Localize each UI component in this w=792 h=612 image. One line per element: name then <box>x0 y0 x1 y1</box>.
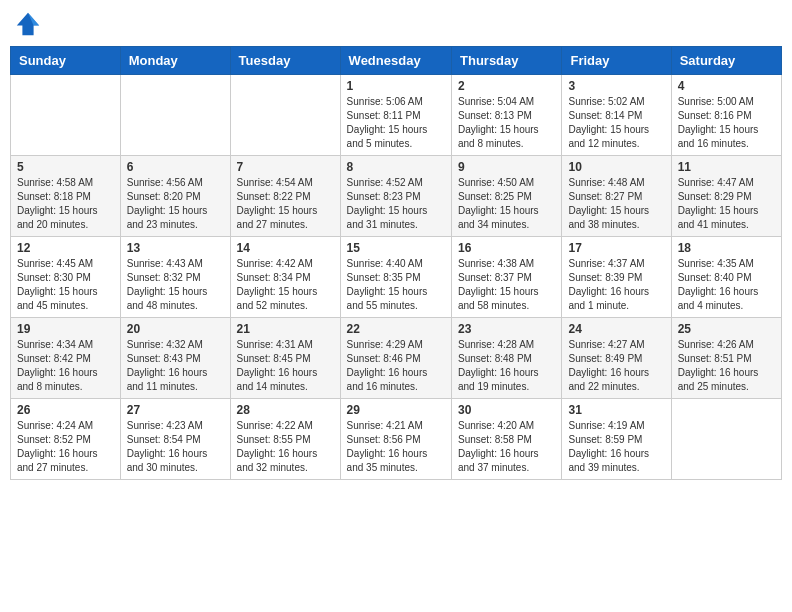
day-number: 18 <box>678 241 775 255</box>
day-info: Sunrise: 4:48 AMSunset: 8:27 PMDaylight:… <box>568 176 664 232</box>
day-info: Sunrise: 4:20 AMSunset: 8:58 PMDaylight:… <box>458 419 555 475</box>
calendar-cell: 1 Sunrise: 5:06 AMSunset: 8:11 PMDayligh… <box>340 75 451 156</box>
day-number: 28 <box>237 403 334 417</box>
calendar-cell: 2 Sunrise: 5:04 AMSunset: 8:13 PMDayligh… <box>452 75 562 156</box>
calendar-cell <box>671 399 781 480</box>
calendar-cell: 9 Sunrise: 4:50 AMSunset: 8:25 PMDayligh… <box>452 156 562 237</box>
day-number: 26 <box>17 403 114 417</box>
day-header-tuesday: Tuesday <box>230 47 340 75</box>
day-info: Sunrise: 4:34 AMSunset: 8:42 PMDaylight:… <box>17 338 114 394</box>
day-number: 25 <box>678 322 775 336</box>
day-header-wednesday: Wednesday <box>340 47 451 75</box>
day-number: 17 <box>568 241 664 255</box>
day-info: Sunrise: 4:37 AMSunset: 8:39 PMDaylight:… <box>568 257 664 313</box>
day-info: Sunrise: 4:21 AMSunset: 8:56 PMDaylight:… <box>347 419 445 475</box>
calendar-cell: 25 Sunrise: 4:26 AMSunset: 8:51 PMDaylig… <box>671 318 781 399</box>
day-info: Sunrise: 4:26 AMSunset: 8:51 PMDaylight:… <box>678 338 775 394</box>
calendar-cell: 29 Sunrise: 4:21 AMSunset: 8:56 PMDaylig… <box>340 399 451 480</box>
day-info: Sunrise: 4:27 AMSunset: 8:49 PMDaylight:… <box>568 338 664 394</box>
day-info: Sunrise: 4:28 AMSunset: 8:48 PMDaylight:… <box>458 338 555 394</box>
day-info: Sunrise: 4:47 AMSunset: 8:29 PMDaylight:… <box>678 176 775 232</box>
calendar-cell: 11 Sunrise: 4:47 AMSunset: 8:29 PMDaylig… <box>671 156 781 237</box>
day-number: 22 <box>347 322 445 336</box>
logo <box>14 10 46 38</box>
calendar-cell: 23 Sunrise: 4:28 AMSunset: 8:48 PMDaylig… <box>452 318 562 399</box>
day-info: Sunrise: 4:52 AMSunset: 8:23 PMDaylight:… <box>347 176 445 232</box>
day-number: 24 <box>568 322 664 336</box>
calendar-week-row: 26 Sunrise: 4:24 AMSunset: 8:52 PMDaylig… <box>11 399 782 480</box>
calendar-cell: 8 Sunrise: 4:52 AMSunset: 8:23 PMDayligh… <box>340 156 451 237</box>
day-info: Sunrise: 4:32 AMSunset: 8:43 PMDaylight:… <box>127 338 224 394</box>
day-info: Sunrise: 4:29 AMSunset: 8:46 PMDaylight:… <box>347 338 445 394</box>
day-header-saturday: Saturday <box>671 47 781 75</box>
calendar-cell: 22 Sunrise: 4:29 AMSunset: 8:46 PMDaylig… <box>340 318 451 399</box>
day-number: 11 <box>678 160 775 174</box>
day-info: Sunrise: 4:42 AMSunset: 8:34 PMDaylight:… <box>237 257 334 313</box>
day-header-thursday: Thursday <box>452 47 562 75</box>
day-info: Sunrise: 4:23 AMSunset: 8:54 PMDaylight:… <box>127 419 224 475</box>
day-number: 23 <box>458 322 555 336</box>
day-number: 3 <box>568 79 664 93</box>
calendar-cell: 15 Sunrise: 4:40 AMSunset: 8:35 PMDaylig… <box>340 237 451 318</box>
calendar-cell: 30 Sunrise: 4:20 AMSunset: 8:58 PMDaylig… <box>452 399 562 480</box>
day-number: 10 <box>568 160 664 174</box>
calendar-cell: 13 Sunrise: 4:43 AMSunset: 8:32 PMDaylig… <box>120 237 230 318</box>
logo-icon <box>14 10 42 38</box>
calendar-cell: 3 Sunrise: 5:02 AMSunset: 8:14 PMDayligh… <box>562 75 671 156</box>
calendar-table: SundayMondayTuesdayWednesdayThursdayFrid… <box>10 46 782 480</box>
calendar-cell: 14 Sunrise: 4:42 AMSunset: 8:34 PMDaylig… <box>230 237 340 318</box>
day-number: 14 <box>237 241 334 255</box>
calendar-cell: 7 Sunrise: 4:54 AMSunset: 8:22 PMDayligh… <box>230 156 340 237</box>
day-header-sunday: Sunday <box>11 47 121 75</box>
day-info: Sunrise: 4:22 AMSunset: 8:55 PMDaylight:… <box>237 419 334 475</box>
calendar-header-row: SundayMondayTuesdayWednesdayThursdayFrid… <box>11 47 782 75</box>
day-info: Sunrise: 5:02 AMSunset: 8:14 PMDaylight:… <box>568 95 664 151</box>
day-info: Sunrise: 4:35 AMSunset: 8:40 PMDaylight:… <box>678 257 775 313</box>
calendar-cell: 12 Sunrise: 4:45 AMSunset: 8:30 PMDaylig… <box>11 237 121 318</box>
day-info: Sunrise: 4:58 AMSunset: 8:18 PMDaylight:… <box>17 176 114 232</box>
calendar-week-row: 5 Sunrise: 4:58 AMSunset: 8:18 PMDayligh… <box>11 156 782 237</box>
calendar-cell: 17 Sunrise: 4:37 AMSunset: 8:39 PMDaylig… <box>562 237 671 318</box>
day-number: 15 <box>347 241 445 255</box>
day-info: Sunrise: 4:31 AMSunset: 8:45 PMDaylight:… <box>237 338 334 394</box>
day-number: 7 <box>237 160 334 174</box>
day-number: 5 <box>17 160 114 174</box>
day-info: Sunrise: 5:00 AMSunset: 8:16 PMDaylight:… <box>678 95 775 151</box>
day-number: 12 <box>17 241 114 255</box>
day-number: 1 <box>347 79 445 93</box>
day-number: 31 <box>568 403 664 417</box>
day-info: Sunrise: 4:38 AMSunset: 8:37 PMDaylight:… <box>458 257 555 313</box>
day-number: 19 <box>17 322 114 336</box>
day-info: Sunrise: 4:43 AMSunset: 8:32 PMDaylight:… <box>127 257 224 313</box>
day-number: 21 <box>237 322 334 336</box>
calendar-cell: 4 Sunrise: 5:00 AMSunset: 8:16 PMDayligh… <box>671 75 781 156</box>
calendar-cell: 16 Sunrise: 4:38 AMSunset: 8:37 PMDaylig… <box>452 237 562 318</box>
day-header-monday: Monday <box>120 47 230 75</box>
day-number: 2 <box>458 79 555 93</box>
calendar-week-row: 12 Sunrise: 4:45 AMSunset: 8:30 PMDaylig… <box>11 237 782 318</box>
day-number: 9 <box>458 160 555 174</box>
calendar-cell <box>11 75 121 156</box>
day-info: Sunrise: 5:04 AMSunset: 8:13 PMDaylight:… <box>458 95 555 151</box>
calendar-cell: 27 Sunrise: 4:23 AMSunset: 8:54 PMDaylig… <box>120 399 230 480</box>
day-info: Sunrise: 4:45 AMSunset: 8:30 PMDaylight:… <box>17 257 114 313</box>
calendar-cell: 10 Sunrise: 4:48 AMSunset: 8:27 PMDaylig… <box>562 156 671 237</box>
calendar-cell <box>120 75 230 156</box>
calendar-week-row: 1 Sunrise: 5:06 AMSunset: 8:11 PMDayligh… <box>11 75 782 156</box>
calendar-cell: 26 Sunrise: 4:24 AMSunset: 8:52 PMDaylig… <box>11 399 121 480</box>
day-info: Sunrise: 4:19 AMSunset: 8:59 PMDaylight:… <box>568 419 664 475</box>
day-number: 29 <box>347 403 445 417</box>
calendar-cell: 24 Sunrise: 4:27 AMSunset: 8:49 PMDaylig… <box>562 318 671 399</box>
calendar-cell: 5 Sunrise: 4:58 AMSunset: 8:18 PMDayligh… <box>11 156 121 237</box>
calendar-cell: 31 Sunrise: 4:19 AMSunset: 8:59 PMDaylig… <box>562 399 671 480</box>
day-info: Sunrise: 4:24 AMSunset: 8:52 PMDaylight:… <box>17 419 114 475</box>
day-number: 13 <box>127 241 224 255</box>
page-header <box>10 10 782 38</box>
day-number: 16 <box>458 241 555 255</box>
calendar-cell <box>230 75 340 156</box>
day-header-friday: Friday <box>562 47 671 75</box>
day-info: Sunrise: 4:40 AMSunset: 8:35 PMDaylight:… <box>347 257 445 313</box>
day-info: Sunrise: 4:50 AMSunset: 8:25 PMDaylight:… <box>458 176 555 232</box>
day-number: 8 <box>347 160 445 174</box>
calendar-cell: 18 Sunrise: 4:35 AMSunset: 8:40 PMDaylig… <box>671 237 781 318</box>
